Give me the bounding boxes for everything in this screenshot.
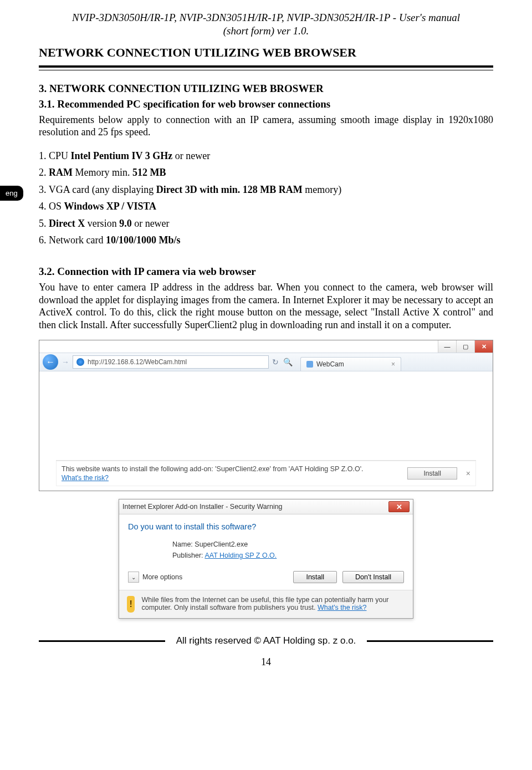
dialog-title: Internet Explorer Add-on Installer - Sec… — [122, 503, 283, 511]
req-2: 2. RAM Memory min. 512 MB — [39, 164, 493, 181]
security-warning-dialog: Internet Explorer Add-on Installer - Sec… — [119, 499, 413, 619]
publisher-label: Publisher: — [172, 552, 203, 559]
minimize-button[interactable]: — — [438, 340, 456, 353]
more-options-label: More options — [142, 573, 182, 581]
warning-shield-icon — [127, 596, 135, 613]
window-close-button[interactable]: ✕ — [474, 340, 493, 353]
warning-text: While files from the Internet can be use… — [141, 596, 405, 611]
requirements-list: 1. CPU Intel Pentium IV 3 GHz or newer 2… — [39, 147, 493, 249]
model-line: NVIP-3DN3050H/IR-1P, NVIP-3DN3051H/IR-1P… — [72, 12, 460, 23]
tab-label: WebCam — [316, 360, 344, 368]
dialog-close-button[interactable]: ✕ — [388, 501, 410, 512]
publisher-link[interactable]: AAT Holding SP Z O.O. — [204, 552, 277, 559]
dialog-dont-install-button[interactable]: Don't Install — [342, 571, 404, 583]
dialog-question: Do you want to install this software? — [128, 522, 404, 531]
addon-info-bar: This website wants to install the follow… — [56, 460, 476, 486]
infobar-install-button[interactable]: Install — [407, 467, 457, 480]
dialog-install-button[interactable]: Install — [293, 571, 337, 583]
page-title: NETWORK CONNECTION UTILIZING WEB BROWSER — [39, 45, 493, 60]
arrow-right-icon: → — [62, 358, 69, 366]
copyright-text: All rights reserved © AAT Holding sp. z … — [165, 635, 367, 646]
ie-icon — [76, 358, 84, 366]
address-bar[interactable]: http://192.168.6.12/WebCam.html — [73, 355, 269, 369]
software-name: SuperClient2.exe — [195, 540, 248, 548]
req-4: 4. OS Windows XP / VISTA — [39, 198, 493, 215]
address-text: http://192.168.6.12/WebCam.html — [88, 358, 187, 366]
req-5: 5. Direct X version 9.0 or newer — [39, 215, 493, 232]
browser-tab[interactable]: WebCam × — [300, 357, 401, 371]
chevron-down-icon: ⌄ — [128, 572, 139, 583]
heading-3-1: 3.1. Recommended PC specification for we… — [39, 98, 493, 110]
browser-content-area — [39, 371, 493, 460]
maximize-button[interactable]: ▢ — [456, 340, 474, 353]
window-controls: — ▢ ✕ — [438, 340, 493, 353]
arrow-left-icon: ← — [46, 357, 55, 367]
footer: All rights reserved © AAT Holding sp. z … — [39, 635, 493, 646]
req-1: 1. CPU Intel Pentium IV 3 GHz or newer — [39, 147, 493, 165]
version-line: (short form) ver 1.0. — [223, 25, 309, 37]
refresh-icon[interactable]: ↻ — [272, 358, 279, 366]
back-button[interactable]: ← — [43, 354, 58, 370]
heading-3-2: 3.2. Connection with IP camera via web b… — [39, 266, 493, 278]
name-label: Name: — [172, 540, 193, 548]
language-tab: eng — [0, 186, 23, 201]
infobar-dismiss-button[interactable]: × — [466, 469, 470, 478]
req-3: 3. VGA card (any displaying Direct 3D wi… — [39, 181, 493, 198]
dialog-risk-link[interactable]: What's the risk? — [318, 604, 367, 611]
more-options-toggle[interactable]: ⌄ More options — [128, 572, 182, 583]
infobar-risk-link[interactable]: What's the risk? — [62, 474, 401, 482]
document-header: NVIP-3DN3050H/IR-1P, NVIP-3DN3051H/IR-1P… — [39, 11, 493, 38]
infobar-message: This website wants to install the follow… — [62, 465, 401, 473]
paragraph-3-2: You have to enter camera IP address in t… — [39, 281, 493, 331]
page-number: 14 — [39, 656, 493, 668]
divider — [39, 65, 493, 70]
heading-3: 3. NETWORK CONNECTION UTILIZING WEB BROS… — [39, 83, 493, 95]
paragraph-3-1: Requirements below apply to connection w… — [39, 114, 493, 139]
browser-window: — ▢ ✕ ← → http://192.168.6.12/WebCam.htm… — [39, 340, 493, 491]
search-icon[interactable]: 🔍 — [283, 358, 293, 366]
tab-close-icon[interactable]: × — [391, 360, 395, 368]
forward-button[interactable]: → — [62, 358, 69, 366]
req-6: 6. Network card 10/100/1000 Mb/s — [39, 232, 493, 249]
favicon-icon — [306, 361, 313, 368]
